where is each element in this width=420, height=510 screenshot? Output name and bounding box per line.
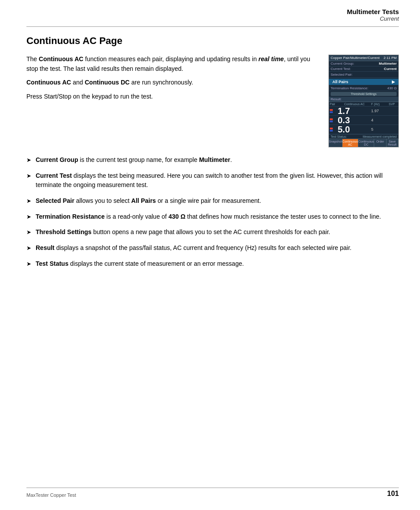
bullet-arrow-icon-1: ➤ bbox=[26, 156, 31, 165]
footer-left-text: MaxTester Copper Test bbox=[26, 492, 76, 498]
dev-selected-pair-label: Selected Pair: bbox=[329, 72, 398, 78]
bullet-content-6: Result displays a snapshot of the pass/f… bbox=[36, 243, 399, 253]
bold-all-pairs: All Pairs bbox=[131, 197, 156, 204]
bold-termination-resistance: Termination Resistance bbox=[36, 213, 105, 220]
bold-430-ohm: 430 Ω bbox=[169, 213, 185, 220]
dev-status-label: Test Status: bbox=[331, 135, 347, 138]
header-rule bbox=[26, 26, 399, 27]
dev-data-row-2: 0.3 4 bbox=[329, 116, 398, 125]
dev-row3-f: 5 bbox=[371, 127, 389, 132]
dev-data-row-1: 1.7 1.97 bbox=[329, 106, 398, 116]
dev-status-value: Measurement completed bbox=[363, 135, 397, 138]
dev-term-res-value: 430 Ω bbox=[387, 86, 397, 90]
bullet-arrow-icon-3: ➤ bbox=[26, 197, 31, 206]
bullet-arrow-icon-4: ➤ bbox=[26, 213, 31, 222]
dev-status-row: Test Status: Measurement completed bbox=[329, 134, 398, 139]
intro-section: The Continuous AC function measures each… bbox=[26, 55, 399, 147]
footer-rule bbox=[26, 488, 399, 488]
bullet-content-3: Selected Pair allows you to select All P… bbox=[36, 196, 399, 206]
header-subtitle: Current bbox=[347, 15, 399, 22]
dev-pair-icon-2 bbox=[330, 118, 338, 122]
bullet-arrow-icon-2: ➤ bbox=[26, 172, 31, 190]
bullet-content-5: Threshold Settings button opens a new pa… bbox=[36, 227, 399, 237]
dev-nav-snapshot[interactable]: Snapshot bbox=[329, 139, 343, 147]
paragraph-1: The Continuous AC function measures each… bbox=[26, 55, 320, 73]
dev-current-test-label: Current Test: bbox=[331, 67, 351, 71]
list-item-selected-pair: ➤ Selected Pair allows you to select All… bbox=[26, 196, 399, 206]
bullet-list: ➤ Current Group is the current test grou… bbox=[26, 155, 399, 269]
dev-current-group-row: Current Group: Multimeter bbox=[329, 61, 398, 66]
dev-nav-bar: Snapshot Continuous AC Continuous DC Ord… bbox=[329, 139, 398, 147]
intro-text: The Continuous AC function measures each… bbox=[26, 55, 320, 147]
dev-col-svp: SVP bbox=[389, 103, 398, 106]
bold-multimeter: Multimeter bbox=[199, 156, 230, 163]
dev-header: Copper Pair/Multimeter/Current 2:11 PM bbox=[329, 55, 398, 61]
dev-current-test-row: Current Test: Current bbox=[329, 66, 398, 72]
dev-row1-num: 1.7 bbox=[338, 106, 371, 115]
list-item-current-group: ➤ Current Group is the current test grou… bbox=[26, 155, 399, 165]
dev-col-pair: Pair bbox=[330, 103, 338, 106]
bullet-content-2: Current Test displays the test being mea… bbox=[36, 171, 399, 190]
dev-arrow-icon: ▶ bbox=[392, 80, 395, 84]
bold-continuous-ac-2: Continuous AC bbox=[26, 79, 71, 86]
bullet-arrow-icon-6: ➤ bbox=[26, 244, 31, 253]
dev-threshold-btn[interactable]: Threshold Settings bbox=[331, 92, 397, 96]
bullet-content-4: Termination Resistance is a read-only va… bbox=[36, 212, 399, 222]
dev-header-right: 2:11 PM bbox=[383, 56, 397, 60]
footer-page-number: 101 bbox=[387, 490, 399, 498]
bold-current-test: Current Test bbox=[36, 172, 72, 179]
section-title: Continuous AC Page bbox=[26, 35, 399, 47]
list-item-current-test: ➤ Current Test displays the test being m… bbox=[26, 171, 399, 190]
italic-real-time: real time bbox=[258, 55, 284, 62]
dev-header-left: Copper Pair/Multimeter/Current bbox=[331, 56, 379, 60]
bold-continuous-ac-1: Continuous AC bbox=[39, 55, 83, 62]
paragraph-3: Press Start/Stop on the keypad to run th… bbox=[26, 92, 320, 102]
bold-test-status: Test Status bbox=[36, 260, 68, 267]
paragraph-2: Continuous AC and Continuous DC are run … bbox=[26, 78, 320, 88]
dev-row3-num: 5.0 bbox=[338, 125, 371, 134]
bold-current-group: Current Group bbox=[36, 156, 78, 163]
list-item-test-status: ➤ Test Status displays the current state… bbox=[26, 259, 399, 269]
page-header: Multimeter Tests Current bbox=[347, 8, 399, 22]
dev-nav-continuous-dc[interactable]: Continuous DC bbox=[358, 139, 374, 147]
dev-row1-f: 1.97 bbox=[371, 109, 389, 113]
dev-row2-f: 4 bbox=[371, 118, 389, 122]
dev-nav-save-result[interactable]: Save Result bbox=[387, 139, 398, 147]
dev-current-test-value: Current bbox=[384, 67, 397, 71]
bullet-content-1: Current Group is the current test group … bbox=[36, 155, 399, 165]
list-item-threshold-settings: ➤ Threshold Settings button opens a new … bbox=[26, 227, 399, 237]
bold-continuous-dc: Continuous DC bbox=[85, 79, 130, 86]
dev-term-res-row: Termination Resistance: 430 Ω bbox=[329, 86, 398, 91]
dev-result-header: Result: bbox=[329, 97, 398, 102]
bold-selected-pair: Selected Pair bbox=[36, 197, 74, 204]
bold-threshold-settings: Threshold Settings bbox=[36, 228, 92, 235]
dev-term-res-label: Termination Resistance: bbox=[331, 86, 368, 90]
page-footer: MaxTester Copper Test 101 bbox=[26, 490, 399, 498]
list-item-result: ➤ Result displays a snapshot of the pass… bbox=[26, 243, 399, 253]
bullet-arrow-icon-7: ➤ bbox=[26, 260, 31, 269]
dev-nav-order[interactable]: Order bbox=[374, 139, 386, 147]
dev-all-pairs[interactable]: All Pairs ▶ bbox=[329, 79, 398, 85]
dev-cont-ac-label: Continuous AC bbox=[338, 103, 371, 106]
dev-all-pairs-text: All Pairs bbox=[332, 80, 348, 84]
dev-row2-num: 0.3 bbox=[338, 116, 371, 125]
main-content: Continuous AC Page The Continuous AC fun… bbox=[26, 35, 399, 479]
bullet-content-7: Test Status displays the current state o… bbox=[36, 259, 399, 269]
dev-data-row-3: 5.0 5 bbox=[329, 125, 398, 134]
dev-pair-icon-3 bbox=[330, 128, 338, 132]
list-item-termination-resistance: ➤ Termination Resistance is a read-only … bbox=[26, 212, 399, 222]
dev-pair-icon-1 bbox=[330, 109, 338, 113]
dev-nav-continuous-ac[interactable]: Continuous AC bbox=[343, 139, 358, 147]
dev-col-f: F (Hz) bbox=[371, 103, 389, 106]
dev-current-group-label: Current Group: bbox=[331, 62, 354, 66]
dev-current-group-value: Multimeter bbox=[379, 62, 397, 66]
device-screenshot: Copper Pair/Multimeter/Current 2:11 PM C… bbox=[328, 55, 399, 147]
header-title: Multimeter Tests bbox=[347, 8, 399, 15]
bold-result: Result bbox=[36, 244, 55, 251]
bullet-arrow-icon-5: ➤ bbox=[26, 228, 31, 237]
